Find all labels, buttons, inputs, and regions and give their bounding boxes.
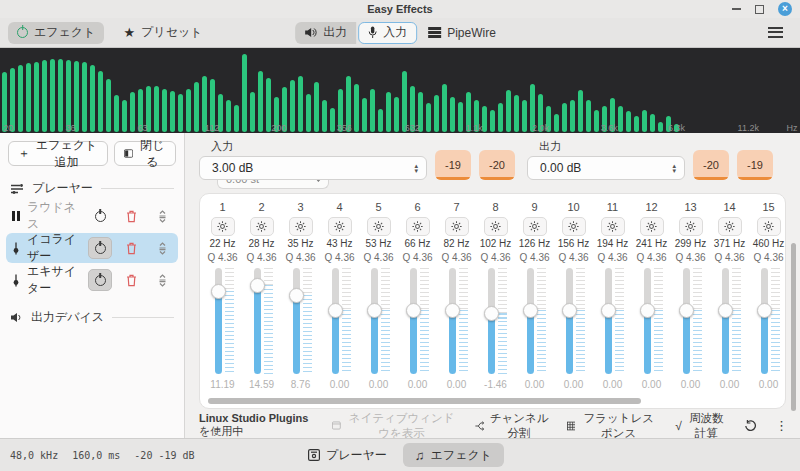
slider-handle[interactable] — [328, 303, 343, 318]
vertical-scrollbar[interactable] — [791, 243, 796, 411]
horizontal-scrollbar[interactable] — [208, 398, 641, 404]
gear-icon — [490, 221, 501, 232]
plugin-power-button[interactable] — [88, 237, 112, 259]
band-gain-slider[interactable] — [325, 268, 355, 374]
band-gain-slider[interactable] — [715, 268, 745, 374]
band-settings-button[interactable] — [562, 217, 586, 236]
ticks-upper — [576, 268, 585, 310]
plugin-drag-handle[interactable] — [150, 205, 174, 227]
slider-handle[interactable] — [289, 288, 304, 303]
band-frequency: 126 Hz — [519, 238, 551, 252]
band-gain-slider[interactable] — [208, 268, 238, 374]
slider-handle[interactable] — [406, 303, 421, 318]
band-settings-button[interactable] — [328, 217, 352, 236]
band-settings-button[interactable] — [757, 217, 781, 236]
band-gain-slider[interactable] — [637, 268, 667, 374]
slider-handle[interactable] — [601, 303, 616, 318]
slider-handle[interactable] — [445, 303, 460, 318]
band-gain-slider[interactable] — [286, 268, 316, 374]
add-effect-button[interactable]: ＋ エフェクト追加 — [8, 141, 108, 166]
band-frequency: 194 Hz — [597, 238, 629, 252]
plus-icon: ＋ — [18, 145, 30, 162]
plugin-delete-button[interactable] — [119, 205, 143, 227]
ticks-lower — [420, 310, 429, 374]
audio-stats: 48,0 kHz 160,0 ms -20 -19 dB — [10, 450, 195, 461]
slider-handle[interactable] — [679, 303, 694, 318]
minimize-icon[interactable] — [732, 8, 741, 10]
axis-tick-label: 63 — [138, 123, 148, 133]
presets-button[interactable]: ★ プリセット — [114, 22, 211, 44]
plugin-delete-button[interactable] — [119, 237, 143, 259]
plugin-row-exciter[interactable]: エキサイター — [6, 265, 178, 295]
band-gain-slider[interactable] — [481, 268, 511, 374]
plugin-row-equalizer[interactable]: イコライザー — [6, 233, 178, 263]
calculate-frequencies-label: 周波数計算 — [687, 411, 726, 439]
band-settings-button[interactable] — [718, 217, 742, 236]
band-gain-slider[interactable] — [598, 268, 628, 374]
slider-handle[interactable] — [523, 303, 538, 318]
band-gain-slider[interactable] — [676, 268, 706, 374]
global-bypass-button[interactable]: エフェクト — [8, 22, 104, 44]
ticks-lower — [498, 313, 507, 374]
slider-handle[interactable] — [367, 303, 382, 318]
plugin-power-button[interactable] — [88, 205, 112, 227]
slider-handle[interactable] — [562, 303, 577, 318]
band-settings-button[interactable] — [445, 217, 469, 236]
input-tab-button[interactable]: 入力 — [358, 22, 417, 44]
band-settings-button[interactable] — [289, 217, 313, 236]
slider-ticks — [771, 268, 780, 374]
spinner-arrows-icon[interactable]: ▴▾ — [672, 163, 676, 173]
slider-handle[interactable] — [640, 303, 655, 318]
band-gain-slider[interactable] — [247, 268, 277, 374]
spinner-arrows-icon[interactable]: ▴▾ — [414, 163, 418, 173]
plugin-drag-handle[interactable] — [150, 269, 174, 291]
input-gain-spinbutton[interactable]: 3.00 dB ▴▾ — [199, 156, 427, 180]
sidebar-icon — [124, 148, 133, 159]
band-settings-button[interactable] — [484, 217, 508, 236]
effects-tab-button[interactable]: ♫ エフェクト — [403, 443, 504, 467]
band-settings-button[interactable] — [601, 217, 625, 236]
close-icon[interactable]: × — [778, 2, 792, 16]
ticks-upper — [342, 268, 351, 310]
slider-handle[interactable] — [718, 303, 733, 318]
plugin-row-loudness[interactable]: ラウドネス — [6, 201, 178, 231]
band-gain-slider[interactable] — [403, 268, 433, 374]
players-tab-button[interactable]: プレーヤー — [296, 443, 399, 467]
band-settings-button[interactable] — [250, 217, 274, 236]
band-gain-slider[interactable] — [559, 268, 589, 374]
band-frequency: 156 Hz — [558, 238, 590, 252]
show-native-window-label: ネイティブウィンドウを表示 — [346, 411, 457, 439]
plugin-delete-button[interactable] — [119, 269, 143, 291]
presets-label: プリセット — [141, 24, 202, 41]
band-gain-slider[interactable] — [754, 268, 784, 374]
slider-icon — [12, 274, 20, 287]
more-options-button[interactable]: ⋮ — [775, 418, 788, 433]
eq-band-column: 13299 HzQ 4.360.00 — [671, 201, 710, 408]
pipewire-tab-button[interactable]: PipeWire — [419, 22, 505, 44]
menu-button[interactable] — [759, 22, 792, 44]
band-gain-slider[interactable] — [520, 268, 550, 374]
maximize-icon[interactable] — [755, 5, 764, 14]
band-settings-button[interactable] — [367, 217, 391, 236]
band-settings-button[interactable] — [523, 217, 547, 236]
output-tab-button[interactable]: 出力 — [295, 22, 356, 44]
close-sidebar-button[interactable]: 閉じる — [114, 141, 176, 166]
slider-handle[interactable] — [757, 303, 772, 318]
slider-handle[interactable] — [211, 284, 226, 299]
slider-handle[interactable] — [484, 306, 499, 321]
band-gain-slider[interactable] — [364, 268, 394, 374]
band-settings-button[interactable] — [679, 217, 703, 236]
reset-button[interactable] — [744, 420, 757, 432]
output-gain-spinbutton[interactable]: 0.00 dB ▴▾ — [527, 156, 685, 180]
calculate-frequencies-button[interactable]: √ 周波数計算 — [675, 411, 726, 439]
flat-response-button[interactable]: フラットレスポンス — [567, 411, 658, 439]
band-settings-button[interactable] — [211, 217, 235, 236]
plugin-drag-handle[interactable] — [150, 237, 174, 259]
band-gain-slider[interactable] — [442, 268, 472, 374]
slider-handle[interactable] — [250, 278, 265, 293]
plugin-power-button[interactable] — [88, 269, 112, 291]
band-settings-button[interactable] — [640, 217, 664, 236]
band-settings-button[interactable] — [406, 217, 430, 236]
eq-band-column: 9126 HzQ 4.360.00 — [515, 201, 554, 408]
split-channels-button[interactable]: チャンネル分割 — [475, 411, 549, 439]
